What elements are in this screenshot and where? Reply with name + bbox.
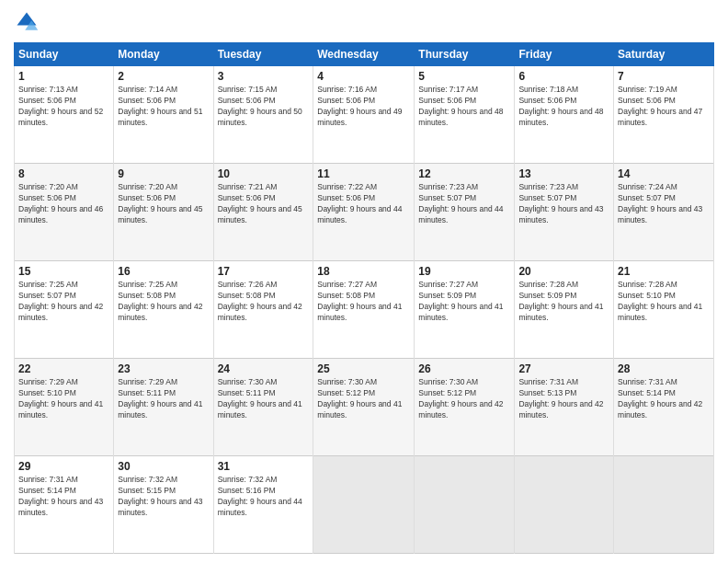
day-info: Sunrise: 7:27 AM Sunset: 5:09 PM Dayligh… [418, 280, 510, 324]
day-info: Sunrise: 7:22 AM Sunset: 5:06 PM Dayligh… [317, 182, 410, 226]
header-row: SundayMondayTuesdayWednesdayThursdayFrid… [15, 43, 714, 66]
header-cell-sunday: Sunday [15, 43, 114, 66]
calendar-header: SundayMondayTuesdayWednesdayThursdayFrid… [15, 43, 714, 66]
calendar: SundayMondayTuesdayWednesdayThursdayFrid… [14, 42, 714, 554]
day-number: 31 [218, 460, 310, 473]
day-number: 2 [118, 70, 209, 83]
day-info: Sunrise: 7:24 AM Sunset: 5:07 PM Dayligh… [618, 182, 710, 226]
day-info: Sunrise: 7:23 AM Sunset: 5:07 PM Dayligh… [418, 182, 510, 226]
day-info: Sunrise: 7:29 AM Sunset: 5:10 PM Dayligh… [18, 377, 109, 421]
day-cell: 16 Sunrise: 7:25 AM Sunset: 5:08 PM Dayl… [114, 261, 213, 359]
day-info: Sunrise: 7:28 AM Sunset: 5:10 PM Dayligh… [618, 280, 710, 324]
day-cell: 28 Sunrise: 7:31 AM Sunset: 5:14 PM Dayl… [614, 359, 714, 456]
page: SundayMondayTuesdayWednesdayThursdayFrid… [0, 0, 728, 563]
day-number: 21 [618, 265, 710, 278]
day-cell: 30 Sunrise: 7:32 AM Sunset: 5:15 PM Dayl… [114, 456, 213, 554]
day-info: Sunrise: 7:16 AM Sunset: 5:06 PM Dayligh… [317, 85, 410, 129]
week-row-4: 22 Sunrise: 7:29 AM Sunset: 5:10 PM Dayl… [15, 359, 714, 456]
day-number: 6 [518, 70, 609, 83]
day-cell: 18 Sunrise: 7:27 AM Sunset: 5:08 PM Dayl… [313, 261, 415, 359]
day-number: 15 [18, 265, 109, 278]
day-number: 13 [518, 167, 609, 180]
day-cell: 12 Sunrise: 7:23 AM Sunset: 5:07 PM Dayl… [415, 164, 515, 261]
calendar-body: 1 Sunrise: 7:13 AM Sunset: 5:06 PM Dayli… [15, 66, 714, 554]
day-number: 22 [18, 362, 109, 375]
week-row-3: 15 Sunrise: 7:25 AM Sunset: 5:07 PM Dayl… [15, 261, 714, 359]
week-row-1: 1 Sunrise: 7:13 AM Sunset: 5:06 PM Dayli… [15, 66, 714, 164]
day-number: 11 [317, 167, 410, 180]
day-cell: 24 Sunrise: 7:30 AM Sunset: 5:11 PM Dayl… [213, 359, 313, 456]
day-info: Sunrise: 7:30 AM Sunset: 5:11 PM Dayligh… [218, 377, 310, 421]
day-number: 4 [317, 70, 410, 83]
day-info: Sunrise: 7:14 AM Sunset: 5:06 PM Dayligh… [118, 85, 209, 129]
day-cell: 26 Sunrise: 7:30 AM Sunset: 5:12 PM Dayl… [415, 359, 515, 456]
day-cell: 17 Sunrise: 7:26 AM Sunset: 5:08 PM Dayl… [213, 261, 313, 359]
header-cell-thursday: Thursday [415, 43, 515, 66]
day-cell: 21 Sunrise: 7:28 AM Sunset: 5:10 PM Dayl… [614, 261, 714, 359]
day-cell: 8 Sunrise: 7:20 AM Sunset: 5:06 PM Dayli… [15, 164, 114, 261]
day-info: Sunrise: 7:15 AM Sunset: 5:06 PM Dayligh… [218, 85, 310, 129]
day-number: 26 [418, 362, 510, 375]
day-info: Sunrise: 7:19 AM Sunset: 5:06 PM Dayligh… [618, 85, 710, 129]
day-cell [614, 456, 714, 554]
day-number: 10 [218, 167, 310, 180]
day-number: 24 [218, 362, 310, 375]
header-cell-monday: Monday [114, 43, 213, 66]
day-cell [515, 456, 614, 554]
day-cell: 10 Sunrise: 7:21 AM Sunset: 5:06 PM Dayl… [213, 164, 313, 261]
header-cell-wednesday: Wednesday [313, 43, 415, 66]
day-number: 3 [218, 70, 310, 83]
day-cell: 13 Sunrise: 7:23 AM Sunset: 5:07 PM Dayl… [515, 164, 614, 261]
day-number: 14 [618, 167, 710, 180]
day-number: 9 [118, 167, 209, 180]
day-cell: 15 Sunrise: 7:25 AM Sunset: 5:07 PM Dayl… [15, 261, 114, 359]
day-info: Sunrise: 7:27 AM Sunset: 5:08 PM Dayligh… [317, 280, 410, 324]
day-info: Sunrise: 7:29 AM Sunset: 5:11 PM Dayligh… [118, 377, 209, 421]
day-cell: 25 Sunrise: 7:30 AM Sunset: 5:12 PM Dayl… [313, 359, 415, 456]
header-cell-saturday: Saturday [614, 43, 714, 66]
day-number: 23 [118, 362, 209, 375]
header-cell-friday: Friday [515, 43, 614, 66]
day-info: Sunrise: 7:20 AM Sunset: 5:06 PM Dayligh… [18, 182, 109, 226]
day-cell: 9 Sunrise: 7:20 AM Sunset: 5:06 PM Dayli… [114, 164, 213, 261]
day-info: Sunrise: 7:25 AM Sunset: 5:08 PM Dayligh… [118, 280, 209, 324]
day-cell: 11 Sunrise: 7:22 AM Sunset: 5:06 PM Dayl… [313, 164, 415, 261]
day-number: 18 [317, 265, 410, 278]
day-cell: 14 Sunrise: 7:24 AM Sunset: 5:07 PM Dayl… [614, 164, 714, 261]
day-number: 5 [418, 70, 510, 83]
day-cell: 20 Sunrise: 7:28 AM Sunset: 5:09 PM Dayl… [515, 261, 614, 359]
day-cell: 27 Sunrise: 7:31 AM Sunset: 5:13 PM Dayl… [515, 359, 614, 456]
day-info: Sunrise: 7:18 AM Sunset: 5:06 PM Dayligh… [518, 85, 609, 129]
day-number: 20 [518, 265, 609, 278]
day-number: 1 [18, 70, 109, 83]
day-number: 16 [118, 265, 209, 278]
day-number: 25 [317, 362, 410, 375]
day-info: Sunrise: 7:28 AM Sunset: 5:09 PM Dayligh… [518, 280, 609, 324]
day-cell: 3 Sunrise: 7:15 AM Sunset: 5:06 PM Dayli… [213, 66, 313, 164]
day-info: Sunrise: 7:31 AM Sunset: 5:14 PM Dayligh… [618, 377, 710, 421]
day-info: Sunrise: 7:21 AM Sunset: 5:06 PM Dayligh… [218, 182, 310, 226]
logo [14, 9, 43, 35]
day-cell: 4 Sunrise: 7:16 AM Sunset: 5:06 PM Dayli… [313, 66, 415, 164]
day-cell: 7 Sunrise: 7:19 AM Sunset: 5:06 PM Dayli… [614, 66, 714, 164]
day-number: 27 [518, 362, 609, 375]
day-cell: 29 Sunrise: 7:31 AM Sunset: 5:14 PM Dayl… [15, 456, 114, 554]
day-cell: 23 Sunrise: 7:29 AM Sunset: 5:11 PM Dayl… [114, 359, 213, 456]
day-cell: 5 Sunrise: 7:17 AM Sunset: 5:06 PM Dayli… [415, 66, 515, 164]
day-info: Sunrise: 7:31 AM Sunset: 5:13 PM Dayligh… [518, 377, 609, 421]
day-info: Sunrise: 7:31 AM Sunset: 5:14 PM Dayligh… [18, 475, 109, 519]
day-info: Sunrise: 7:17 AM Sunset: 5:06 PM Dayligh… [418, 85, 510, 129]
day-cell [415, 456, 515, 554]
day-number: 7 [618, 70, 710, 83]
week-row-2: 8 Sunrise: 7:20 AM Sunset: 5:06 PM Dayli… [15, 164, 714, 261]
day-info: Sunrise: 7:32 AM Sunset: 5:16 PM Dayligh… [218, 475, 310, 519]
day-info: Sunrise: 7:30 AM Sunset: 5:12 PM Dayligh… [317, 377, 410, 421]
day-info: Sunrise: 7:13 AM Sunset: 5:06 PM Dayligh… [18, 85, 109, 129]
day-cell: 22 Sunrise: 7:29 AM Sunset: 5:10 PM Dayl… [15, 359, 114, 456]
day-info: Sunrise: 7:32 AM Sunset: 5:15 PM Dayligh… [118, 475, 209, 519]
header-cell-tuesday: Tuesday [213, 43, 313, 66]
day-number: 19 [418, 265, 510, 278]
header [14, 9, 714, 35]
day-number: 28 [618, 362, 710, 375]
week-row-5: 29 Sunrise: 7:31 AM Sunset: 5:14 PM Dayl… [15, 456, 714, 554]
